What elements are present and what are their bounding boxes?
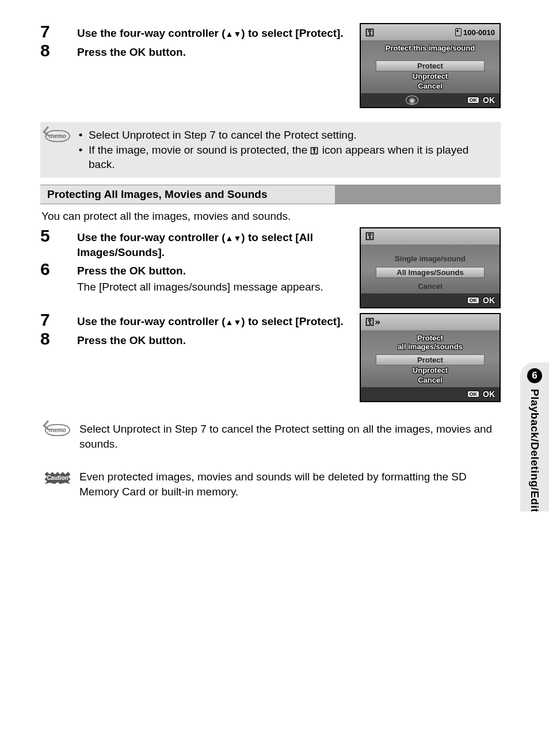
menu-option: All Images/Sounds — [376, 267, 485, 278]
ok-label: OK — [483, 390, 495, 399]
step-7: 7 Use the four-way controller (▲▼) to se… — [40, 23, 348, 41]
menu-option: Cancel — [365, 375, 495, 385]
caution-icon: Caution — [44, 472, 70, 484]
protect-all-icon: ⚿» — [365, 316, 380, 327]
step-text: Use the four-way controller (▲▼) to sele… — [77, 314, 348, 329]
ok-label: OK — [483, 296, 495, 305]
eye-icon: ◉ — [406, 96, 418, 105]
menu-option: Cancel — [365, 281, 495, 291]
memo-note: memo Select Unprotect in Step 7 to cance… — [40, 122, 501, 178]
screen-title: Protect this image/sound — [365, 44, 495, 52]
section-heading: Protecting All Images, Movies and Sounds — [40, 185, 501, 204]
memo-note: memo Select Unprotect in Step 7 to cance… — [40, 416, 501, 457]
step-text: Press the OK button. — [77, 333, 348, 348]
ok-label: OK — [483, 96, 495, 105]
chapter-tab: 6 Playback/Deleting/Editing — [520, 362, 549, 511]
screen-title: all images/sounds — [365, 342, 495, 351]
sidebar: 6 Playback/Deleting/Editing 137 — [508, 0, 549, 511]
step-subtext: The [Protect all images/sounds] message … — [77, 280, 348, 295]
memo-icon: memo — [45, 130, 70, 142]
step-text: Press the OK button. — [77, 264, 348, 278]
step-8: 8 Press the OK button. — [40, 42, 348, 60]
menu-option: Protect — [376, 60, 485, 71]
step-text: Press the OK button. — [77, 45, 348, 60]
memo-icon: memo — [45, 424, 70, 436]
step-number: 8 — [40, 42, 63, 59]
step-number: 7 — [40, 311, 63, 329]
step-7b: 7 Use the four-way controller (▲▼) to se… — [40, 311, 348, 329]
memo-text: Select Unprotect in Step 7 to cancel the… — [79, 422, 493, 451]
ok-badge: OK — [467, 391, 480, 398]
step-number: 5 — [40, 227, 63, 245]
folder-number: 100-0010 — [455, 28, 495, 37]
menu-option: Unprotect — [365, 71, 495, 81]
key-icon: ⚿ — [365, 231, 375, 242]
menu-option: Protect — [376, 354, 485, 365]
step-8b: 8 Press the OK button. — [40, 330, 348, 348]
key-icon: ⚿ — [365, 27, 375, 38]
section-intro: You can protect all the images, movies a… — [40, 210, 501, 223]
step-number: 6 — [40, 261, 63, 278]
memo-item: If the image, movie or sound is protecte… — [89, 143, 493, 172]
camera-screen-2: ⚿ Single image/sound All Images/Sounds C… — [360, 227, 501, 308]
step-number: 7 — [40, 23, 63, 40]
step-6: 6 Press the OK button. The [Protect all … — [40, 261, 348, 294]
step-text: Use the four-way controller (▲▼) to sele… — [77, 230, 348, 259]
camera-screen-3: ⚿» Protect all images/sounds Protect Unp… — [360, 313, 501, 402]
step-number: 8 — [40, 330, 63, 348]
chapter-label: Playback/Deleting/Editing — [528, 389, 541, 511]
chapter-number: 6 — [527, 368, 542, 383]
menu-option: Cancel — [365, 81, 495, 91]
ok-badge: OK — [467, 97, 480, 104]
menu-option: Unprotect — [365, 365, 495, 375]
camera-screen-1: ⚿ 100-0010 Protect this image/sound Prot… — [360, 23, 501, 108]
step-text: Use the four-way controller (▲▼) to sele… — [77, 26, 348, 41]
step-5: 5 Use the four-way controller (▲▼) to se… — [40, 227, 348, 259]
card-icon — [455, 28, 462, 36]
ok-badge: OK — [467, 297, 480, 304]
memo-item: Select Unprotect in Step 7 to cancel the… — [89, 128, 493, 143]
menu-option: Single image/sound — [365, 254, 495, 264]
screen-title: Protect — [365, 334, 495, 342]
caution-note: Caution Even protected images, movies an… — [40, 464, 501, 505]
key-icon: ⚿ — [310, 146, 319, 155]
caution-text: Even protected images, movies and sounds… — [79, 469, 493, 499]
